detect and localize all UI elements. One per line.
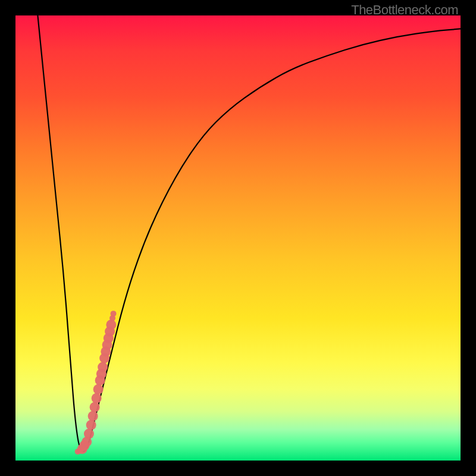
scatter-point: [92, 393, 102, 403]
plot-area: [15, 15, 461, 461]
scatter-point: [111, 311, 117, 317]
scatter-point: [88, 411, 98, 421]
scatter-point: [84, 429, 94, 439]
watermark-text: TheBottleneck.com: [351, 2, 458, 18]
scatter-layer: [15, 15, 461, 461]
scatter-point: [106, 320, 116, 330]
scatter-point: [90, 402, 100, 412]
scatter-point: [86, 420, 96, 430]
scatter-point: [98, 362, 108, 372]
chart-container: TheBottleneck.com: [0, 0, 476, 476]
scatter-point: [93, 384, 104, 394]
